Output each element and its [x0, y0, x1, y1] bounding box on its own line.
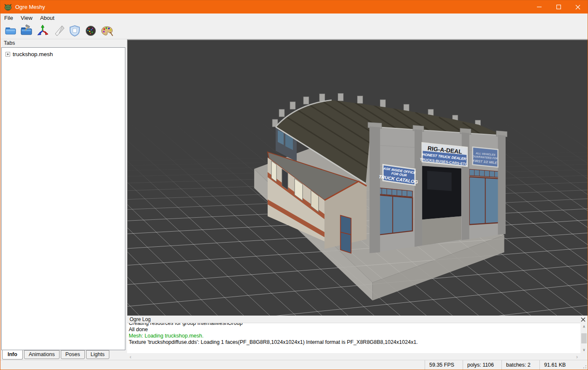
render-viewport[interactable]: ASK INSIDE OFFICE FOR OUR TRUCK CATALOG … — [127, 39, 588, 316]
minimize-button[interactable] — [529, 0, 549, 14]
material-palette-button[interactable] — [99, 24, 115, 38]
ogre-log-panel: Ogre Log Creating resources for group In… — [127, 316, 588, 360]
resize-grip[interactable] — [582, 360, 588, 370]
camera-pointer-button[interactable] — [51, 24, 67, 38]
app-window: Ogre Meshy File View About — [0, 0, 588, 370]
log-line: Mesh: Loading truckshop.mesh. — [129, 333, 579, 339]
scroll-left-icon[interactable]: ‹ — [130, 354, 131, 360]
toolbar — [0, 22, 588, 39]
log-vertical-scrollbar[interactable]: ∧ ∨ — [580, 323, 588, 353]
crystal-pointer-icon — [52, 24, 65, 37]
window-title: Ogre Meshy — [15, 4, 529, 10]
show-axes-button[interactable] — [35, 24, 51, 38]
scroll-right-icon[interactable]: › — [576, 354, 578, 360]
mesh-tree[interactable]: truckshop.mesh — [1, 47, 125, 350]
sign-rig-a-deal: RIG-A-DEAL HONEST TRUCK DEALER TRUCKS-BU… — [420, 143, 469, 167]
tabs-panel: Tabs truckshop.mesh Info Animations Pose… — [0, 39, 125, 360]
open-mesh-button[interactable] — [3, 24, 19, 38]
menu-about[interactable]: About — [36, 14, 58, 22]
log-horizontal-scrollbar[interactable]: ‹ › — [127, 353, 580, 360]
title-bar: Ogre Meshy — [0, 0, 588, 14]
axes-icon — [36, 24, 49, 37]
close-button[interactable] — [568, 0, 588, 14]
tab-info[interactable]: Info — [2, 350, 23, 359]
doorway-interior — [427, 171, 452, 191]
tab-animations[interactable]: Animations — [24, 350, 60, 359]
show-bounds-button[interactable] — [67, 24, 83, 38]
folder-icon — [4, 24, 17, 37]
annex-window — [271, 161, 276, 182]
tree-item-label: truckshop.mesh — [13, 51, 53, 57]
ogre-app-icon — [4, 3, 12, 11]
shield-box-icon — [68, 24, 81, 37]
menu-bar: File View About — [0, 14, 588, 22]
tree-item-truckshop[interactable]: truckshop.mesh — [2, 48, 125, 59]
folder-tools-icon — [20, 24, 33, 37]
log-line: Texture 'truckshopdiffuse.dds': Loading … — [129, 339, 579, 346]
scroll-up-icon[interactable]: ∧ — [580, 323, 588, 330]
open-resources-button[interactable] — [19, 24, 35, 38]
palette-icon — [100, 24, 114, 37]
tabs-panel-header: Tabs — [0, 39, 125, 47]
textured-sphere-icon — [84, 24, 97, 37]
maximize-button[interactable] — [549, 0, 568, 14]
right-area: ASK INSIDE OFFICE FOR OUR TRUCK CATALOG … — [127, 39, 588, 360]
texture-sphere-button[interactable] — [83, 24, 99, 38]
status-size: 91.61 KB — [539, 360, 582, 370]
scene-svg: ASK INSIDE OFFICE FOR OUR TRUCK CATALOG … — [127, 40, 588, 316]
menu-file[interactable]: File — [0, 14, 17, 22]
sign-side: ALL VEHICLES GUARANTEED FOR FIRST 1/2 MI… — [472, 147, 499, 167]
menu-view[interactable]: View — [17, 14, 36, 22]
expand-icon[interactable] — [5, 52, 10, 57]
scroll-down-icon[interactable]: ∨ — [580, 346, 588, 353]
status-bar: 59.35 FPS polys: 1106 batches: 2 91.61 K… — [0, 360, 588, 370]
tab-poses[interactable]: Poses — [61, 350, 85, 359]
log-text-area[interactable]: Creating resources for group InternalMes… — [127, 323, 580, 353]
log-line: All done — [129, 327, 579, 333]
scroll-thumb[interactable] — [581, 333, 587, 343]
left-shop-window — [377, 195, 412, 235]
panel-tab-bar: Info Animations Poses Lights — [0, 350, 125, 360]
status-fps: 59.35 FPS — [425, 360, 463, 370]
log-header: Ogre Log — [127, 316, 588, 323]
main-area: Tabs truckshop.mesh Info Animations Pose… — [0, 39, 588, 360]
status-batches: batches: 2 — [501, 360, 539, 370]
log-close-button[interactable] — [581, 317, 585, 322]
log-line: Creating resources for group InternalMes… — [129, 323, 579, 327]
status-spacer — [0, 360, 425, 370]
log-title: Ogre Log — [130, 316, 151, 322]
status-polys: polys: 1106 — [463, 360, 501, 370]
tab-lights[interactable]: Lights — [86, 350, 109, 359]
